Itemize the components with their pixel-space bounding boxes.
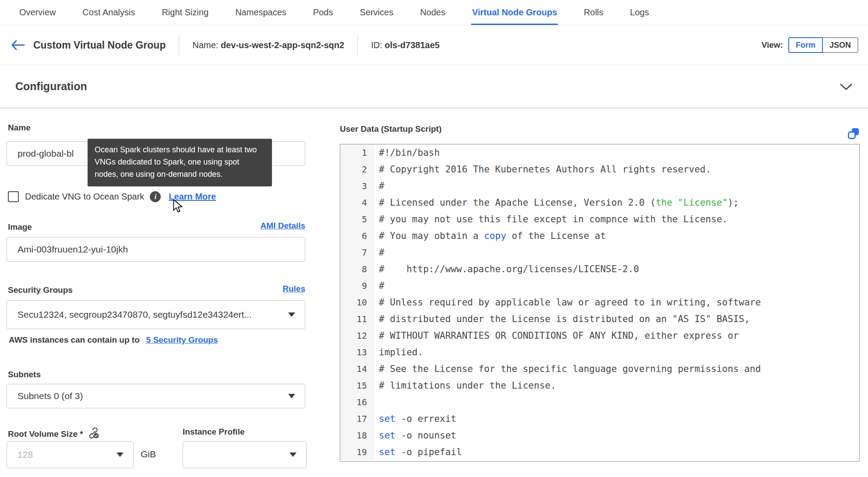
code-token: -o pipefail (395, 447, 462, 457)
code-line: 15# limitations under the License. (340, 377, 859, 394)
vng-id: ID: ols-d7381ae5 (371, 40, 440, 50)
tab-overview[interactable]: Overview (18, 0, 56, 25)
gib-unit-label: GiB (141, 449, 156, 459)
line-number: 17 (340, 410, 374, 427)
code-token: implied. (379, 347, 423, 358)
code-token: # limitations under the License. (379, 380, 556, 391)
tab-cost-analysis[interactable]: Cost Analysis (81, 0, 136, 25)
chevron-down-icon[interactable] (840, 84, 852, 91)
root-volume-label: Root Volume Size * (8, 427, 99, 441)
view-toggle: View: Form JSON (762, 37, 858, 53)
code-content: implied. (374, 347, 423, 358)
security-groups-hint-text: AWS instances can contain up to (9, 335, 140, 345)
tab-logs[interactable]: Logs (629, 0, 650, 25)
code-line: 1#!/bin/bash (340, 144, 859, 161)
tab-rolls[interactable]: Rolls (583, 0, 604, 25)
user-data-code-editor[interactable]: 1#!/bin/bash2# Copyright 2016 The Kubern… (340, 144, 860, 462)
line-number: 18 (340, 427, 374, 444)
back-arrow-icon[interactable] (11, 39, 25, 51)
vng-name-value: dev-us-west-2-app-sqn2-sqn2 (221, 40, 344, 50)
code-content: # You may obtain a copy of the License a… (374, 231, 606, 241)
tab-virtual-node-groups[interactable]: Virtual Node Groups (471, 0, 558, 25)
tab-nodes[interactable]: Nodes (419, 0, 446, 25)
code-token: ); (728, 197, 739, 208)
code-line: 7# (340, 244, 859, 261)
line-number: 13 (340, 344, 374, 361)
root-volume-select[interactable]: 128 (7, 441, 134, 468)
code-content: # you may not use this file except in co… (374, 214, 728, 224)
code-token: # See the License for the specific langu… (379, 364, 761, 374)
ami-details-link-text[interactable]: AMI Details (261, 221, 305, 230)
code-line: 19set -o pipefail (340, 444, 859, 460)
instance-profile-select[interactable] (183, 441, 307, 468)
code-line: 6# You may obtain a copy of the License … (340, 228, 859, 244)
security-groups-value: Secu12324, secgroup23470870, segtuyfsd12… (18, 309, 252, 320)
code-line: 4# Licensed under the Apache License, Ve… (340, 194, 859, 211)
line-number: 10 (340, 294, 374, 311)
copy-icon[interactable] (847, 127, 860, 140)
line-number: 12 (340, 327, 374, 344)
root-volume-placeholder: 128 (18, 449, 33, 460)
line-number: 4 (340, 194, 374, 211)
code-token: # you may not use this file except in co… (379, 214, 728, 224)
subnets-select[interactable]: Subnets 0 (of 3) (7, 384, 305, 408)
code-content: # (374, 181, 385, 191)
tab-pods[interactable]: Pods (312, 0, 334, 25)
code-line: 16 (340, 394, 859, 410)
caret-down-icon (288, 312, 295, 317)
code-line: 9# (340, 277, 859, 294)
caret-down-icon (288, 394, 295, 398)
code-content: set -o pipefail (374, 447, 462, 457)
line-number: 9 (340, 277, 374, 294)
form-view-button[interactable]: Form (788, 37, 823, 53)
header-divider (179, 35, 179, 56)
json-view-button[interactable]: JSON (822, 37, 858, 53)
tab-services[interactable]: Services (359, 0, 394, 25)
code-token: # Unless required by applicable law or a… (379, 297, 761, 308)
code-content: # http://www.apache.org/licenses/LICENSE… (374, 264, 639, 274)
code-line: 17set -o errexit (340, 410, 859, 427)
tab-namespaces[interactable]: Namespaces (234, 0, 287, 25)
line-number: 7 (340, 244, 374, 261)
code-token: # WITHOUT WARRANTIES OR CONDITIONS OF AN… (379, 330, 739, 341)
code-content: # (374, 281, 385, 291)
info-icon[interactable]: i (150, 191, 161, 202)
line-number: 1 (340, 144, 374, 161)
tab-right-sizing[interactable]: Right Sizing (161, 0, 209, 25)
security-groups-select[interactable]: Secu12324, secgroup23470870, segtuyfsd12… (7, 300, 305, 329)
configuration-header: Configuration (0, 65, 868, 109)
dedicate-vng-checkbox[interactable] (8, 191, 19, 202)
code-line: 8# http://www.apache.org/licenses/LICENS… (340, 261, 859, 277)
code-token: # You may obtain a (379, 231, 484, 241)
code-token: # http://www.apache.org/licenses/LICENSE… (379, 264, 639, 274)
line-number: 14 (340, 361, 374, 377)
vng-name: Name: dev-us-west-2-app-sqn2-sqn2 (192, 40, 344, 50)
code-token: # Licensed under the Apache License, Ver… (379, 197, 656, 208)
code-line: 14# See the License for the specific lan… (340, 361, 859, 377)
code-token: set (379, 414, 395, 424)
rules-link-text[interactable]: Rules (282, 284, 305, 293)
code-token: set (379, 430, 395, 441)
code-token: set (379, 447, 395, 457)
nav-tabs: OverviewCost AnalysisRight SizingNamespa… (0, 0, 868, 25)
ami-details-link[interactable]: AMI Details (261, 221, 305, 231)
line-number: 16 (340, 394, 374, 410)
line-number: 8 (340, 261, 374, 277)
instance-profile-label: Instance Profile (183, 427, 245, 437)
page-title: Custom Virtual Node Group (33, 39, 166, 51)
line-number: 15 (340, 377, 374, 394)
image-input[interactable]: Ami-003fruuen12-yui-10jkh (7, 237, 305, 262)
code-token: #!/bin/bash (379, 147, 440, 158)
code-content: set -o errexit (374, 414, 456, 424)
code-line: 18set -o nounset (340, 427, 859, 444)
code-content: # Unless required by applicable law or a… (374, 297, 761, 308)
page-header: Custom Virtual Node Group Name: dev-us-w… (0, 25, 868, 65)
link-check-icon (88, 427, 99, 441)
five-security-groups-link[interactable]: 5 Security Groups (146, 335, 218, 345)
code-token: # Copyright 2016 The Kubernetes Authors … (379, 164, 711, 175)
rules-link[interactable]: Rules (282, 284, 305, 294)
security-groups-label: Security Groups (8, 285, 73, 295)
ocean-spark-tooltip: Ocean Spark clusters should have at leas… (88, 139, 272, 186)
code-content: # WITHOUT WARRANTIES OR CONDITIONS OF AN… (374, 330, 739, 341)
subnets-value: Subnets 0 (of 3) (18, 391, 83, 401)
